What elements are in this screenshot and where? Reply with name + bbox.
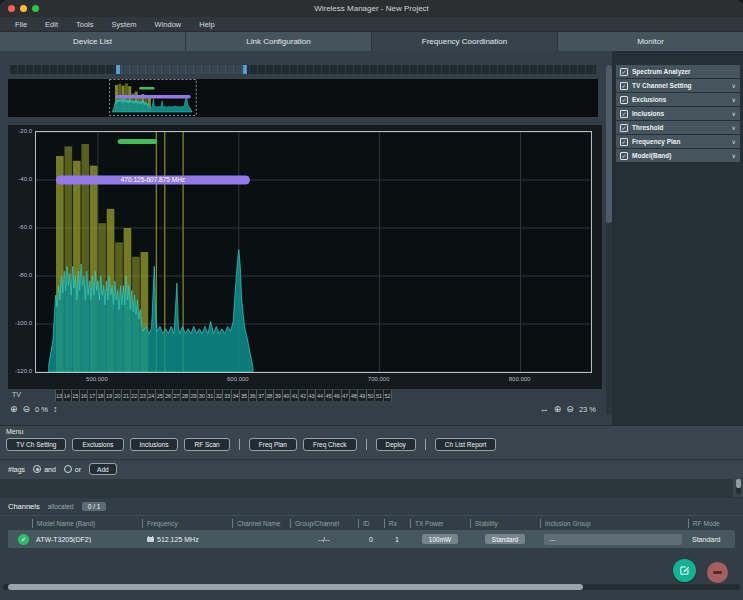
chevron-down-icon[interactable]: ∨ bbox=[732, 138, 736, 145]
tags-list bbox=[0, 479, 733, 497]
scrollbar-thumb[interactable] bbox=[606, 65, 612, 223]
tv-channel-number: 37 bbox=[257, 390, 265, 401]
tv-channel-number: 15 bbox=[72, 390, 80, 401]
button-tv-ch-setting[interactable]: TV Ch Setting bbox=[6, 438, 66, 451]
tv-channel-number: 33 bbox=[223, 390, 231, 401]
column-inclusion-group: Inclusion Group bbox=[540, 519, 688, 528]
column-rf-mode: RF Mode bbox=[688, 519, 734, 528]
button-freq-plan[interactable]: Freq Plan bbox=[249, 438, 297, 451]
button-rf-scan[interactable]: RF Scan bbox=[184, 438, 229, 451]
checkbox-icon[interactable]: ✓ bbox=[620, 68, 628, 76]
sidebar-item-model-band[interactable]: ✓Model(Band)∨ bbox=[616, 149, 740, 162]
horizontal-range-icon[interactable]: ↔ bbox=[540, 404, 549, 414]
checkbox-icon[interactable]: ✓ bbox=[620, 82, 628, 90]
minimize-button[interactable] bbox=[20, 5, 27, 12]
column-status bbox=[8, 519, 32, 528]
column-channel-name: Channel Name bbox=[232, 519, 290, 528]
tag-logic-and-radio[interactable]: and bbox=[33, 465, 56, 473]
tv-channel-number: 21 bbox=[122, 390, 130, 401]
checkbox-icon[interactable]: ✓ bbox=[620, 138, 628, 146]
tab-frequency-coordination[interactable]: Frequency Coordination bbox=[372, 32, 558, 51]
sidebar-item-frequency-plan[interactable]: ✓Frequency Plan∨ bbox=[616, 135, 740, 148]
radio-icon[interactable] bbox=[33, 465, 41, 473]
sidebar-item-spectrum-analyzer[interactable]: ✓Spectrum Analyzer bbox=[616, 65, 740, 78]
tv-channel-number: 35 bbox=[240, 390, 248, 401]
spectrum-analyzer: 470.125-607.875 MHz -20.0-40.0-60.0-80.0… bbox=[8, 125, 602, 389]
chevron-down-icon[interactable]: ∨ bbox=[732, 82, 736, 89]
range-handle-right-icon[interactable] bbox=[243, 65, 247, 74]
menu-help[interactable]: Help bbox=[190, 20, 223, 29]
checkbox-icon[interactable]: ✓ bbox=[620, 96, 628, 104]
column-tx-power: TX Power bbox=[410, 519, 470, 528]
channels-title: Channels bbox=[8, 502, 40, 511]
inclusion-group-field[interactable]: --- bbox=[544, 534, 682, 545]
horizontal-zoom-group: ↔ ⊕ ⊖ 23 % bbox=[540, 404, 596, 414]
tv-channel-number: 23 bbox=[139, 390, 147, 401]
menu-window[interactable]: Window bbox=[146, 20, 191, 29]
chevron-down-icon[interactable]: ∨ bbox=[732, 124, 736, 131]
x-axis-tick-label: 800.000 bbox=[503, 376, 537, 382]
menu-system[interactable]: System bbox=[103, 20, 146, 29]
chevron-down-icon[interactable]: ∨ bbox=[732, 152, 736, 159]
zoom-in-vertical-button[interactable]: ⊕ bbox=[10, 404, 18, 414]
table-header: Model Name (Band)FrequencyChannel NameGr… bbox=[0, 516, 743, 528]
allocated-label: allocated bbox=[48, 503, 74, 510]
tv-channel-number: 50 bbox=[367, 390, 375, 401]
zoom-out-vertical-button[interactable]: ⊖ bbox=[23, 404, 31, 414]
checkbox-icon[interactable]: ✓ bbox=[620, 124, 628, 132]
maximize-button[interactable] bbox=[32, 5, 39, 12]
menu-edit[interactable]: Edit bbox=[36, 20, 67, 29]
add-tag-button[interactable]: Add bbox=[89, 463, 117, 475]
close-button[interactable] bbox=[8, 5, 15, 12]
content-vertical-scrollbar[interactable] bbox=[606, 65, 612, 415]
chevron-down-icon[interactable]: ∨ bbox=[732, 110, 736, 117]
spectrum-overview[interactable] bbox=[8, 79, 598, 117]
tag-logic-or-radio[interactable]: or bbox=[64, 465, 81, 473]
table-body: ✓ATW-T3205(DF2)512.125 MHz--/--01100mWSt… bbox=[0, 530, 743, 548]
remove-channel-button[interactable] bbox=[707, 562, 728, 583]
table-horizontal-scrollbar[interactable] bbox=[3, 584, 740, 590]
table-header-divider: Model Name (Band)FrequencyChannel NameGr… bbox=[0, 515, 743, 528]
tab-link-configuration[interactable]: Link Configuration bbox=[186, 32, 372, 51]
tags-scrollbar[interactable] bbox=[736, 479, 741, 494]
y-axis-tick-label: -40.0 bbox=[8, 176, 32, 182]
table-row[interactable]: ✓ATW-T3205(DF2)512.125 MHz--/--01100mWSt… bbox=[8, 530, 735, 548]
vertical-zoom-group: ⊕ ⊖ 0 % ↕ bbox=[10, 404, 58, 414]
tab-monitor[interactable]: Monitor bbox=[558, 32, 743, 51]
sidebar-item-threshold[interactable]: ✓Threshold∨ bbox=[616, 121, 740, 134]
tab-device-list[interactable]: Device List bbox=[0, 32, 186, 51]
spectrum-range-scrollbar[interactable] bbox=[10, 65, 596, 74]
chevron-down-icon[interactable]: ∨ bbox=[732, 96, 736, 103]
spectrum-range-viewport[interactable] bbox=[116, 65, 247, 74]
cell-rf-mode: Standard bbox=[688, 536, 734, 543]
vertical-range-icon[interactable]: ↕ bbox=[53, 404, 58, 414]
tv-channel-number: 49 bbox=[358, 390, 366, 401]
sidebar-item-label: Inclusions bbox=[632, 110, 732, 117]
checkbox-icon[interactable]: ✓ bbox=[620, 152, 628, 160]
sidebar-item-tv-channel-setting[interactable]: ✓TV Channel Setting∨ bbox=[616, 79, 740, 92]
zoom-out-horizontal-button[interactable]: ⊖ bbox=[566, 404, 574, 414]
frequency-value: 512.125 MHz bbox=[157, 536, 199, 543]
button-freq-check[interactable]: Freq Check bbox=[303, 438, 357, 451]
tx_power-badge: 100mW bbox=[422, 534, 458, 544]
menu-file[interactable]: File bbox=[6, 20, 36, 29]
zoom-in-horizontal-button[interactable]: ⊕ bbox=[554, 404, 562, 414]
tv-channel-number: 47 bbox=[342, 390, 350, 401]
scrollbar-thumb[interactable] bbox=[736, 479, 741, 488]
button-ch-list-report[interactable]: Ch List Report bbox=[435, 438, 497, 451]
y-axis-tick-label: -80.0 bbox=[8, 272, 32, 278]
sidebar-item-exclusions[interactable]: ✓Exclusions∨ bbox=[616, 93, 740, 106]
window-title: Wireless Manager - New Project bbox=[314, 4, 429, 13]
range-handle-left-icon[interactable] bbox=[116, 65, 120, 74]
button-exclusions[interactable]: Exclusions bbox=[72, 438, 123, 451]
radio-icon[interactable] bbox=[64, 465, 72, 473]
sidebar-item-label: Threshold bbox=[632, 124, 732, 131]
sidebar-item-inclusions[interactable]: ✓Inclusions∨ bbox=[616, 107, 740, 120]
menu-tools[interactable]: Tools bbox=[67, 20, 103, 29]
checkbox-icon[interactable]: ✓ bbox=[620, 110, 628, 118]
edit-channel-button[interactable] bbox=[673, 559, 696, 582]
button-deploy[interactable]: Deploy bbox=[376, 438, 416, 451]
spectrum-plot[interactable]: 470.125-607.875 MHz bbox=[35, 131, 592, 373]
button-inclusions[interactable]: Inclusions bbox=[130, 438, 179, 451]
scrollbar-thumb[interactable] bbox=[8, 584, 583, 590]
